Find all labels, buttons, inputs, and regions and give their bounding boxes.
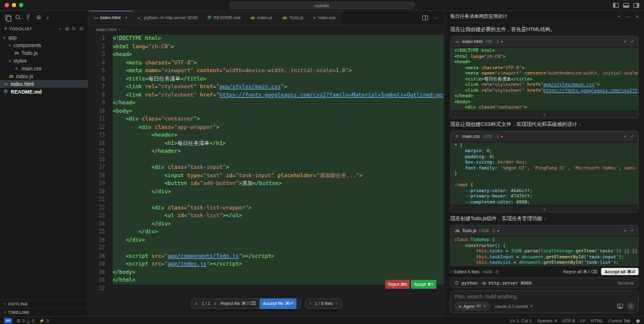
- problems-indicator[interactable]: ⊘ 0 △ 0: [17, 318, 34, 323]
- card-header[interactable]: <> index.html +31 -1 • × ✓: [451, 36, 638, 47]
- card-header[interactable]: # main.css +203 -1 • × ✓: [451, 131, 638, 141]
- tree-item-readme.md[interactable]: ⓜREADME.md: [0, 88, 88, 95]
- remote-icon[interactable]: ><: [4, 318, 12, 323]
- tab-index.js[interactable]: JSindex.js: [246, 11, 278, 24]
- outline-section[interactable]: › OUTLINE: [0, 300, 88, 308]
- status-item[interactable]: Ln 1, Col 1: [510, 318, 531, 323]
- reject-file-icon[interactable]: ×: [624, 39, 627, 44]
- status-item[interactable]: LF: [580, 318, 586, 323]
- accept-file-icon[interactable]: ✓: [630, 228, 634, 233]
- zoom-window-button[interactable]: [19, 3, 23, 7]
- close-window-button[interactable]: [5, 3, 9, 7]
- accept-all-button[interactable]: Accept all ⌘⏎: [601, 268, 639, 275]
- file-diff-card-index-html[interactable]: <> index.html +31 -1 • × ✓ <!DOCTYPE htm…: [450, 36, 639, 118]
- refresh-icon[interactable]: ↻: [72, 26, 76, 32]
- chat-input[interactable]: [454, 294, 634, 300]
- tree-item-components[interactable]: ∨components: [0, 41, 88, 49]
- new-chat-icon[interactable]: +: [617, 14, 620, 20]
- send-icon[interactable]: ↑: [627, 303, 634, 310]
- extra-indicator[interactable]: ⚡ 0: [39, 318, 49, 323]
- toggle-secondary-sidebar-icon[interactable]: [633, 3, 639, 8]
- traffic-lights: [5, 3, 23, 7]
- file-diff-card-todo-js[interactable]: JS Todo.js +128 -1 • × ✓ class TodoApp {…: [450, 225, 639, 266]
- expand-card-button[interactable]: ∨: [451, 112, 638, 118]
- breadcrumb-more[interactable]: …: [123, 27, 128, 32]
- source-control-icon[interactable]: [26, 14, 31, 20]
- timeline-section[interactable]: › TIMELINE: [0, 308, 88, 316]
- edited-files-summary[interactable]: › Edited 5 files +406 -5 Reject all ⌘⇧⌫ …: [450, 268, 639, 275]
- reject-file-button[interactable]: Reject file ⌘⇧⌫: [221, 300, 256, 308]
- accept-file-button[interactable]: Accept file ⌘⏎: [259, 298, 296, 309]
- tab-todo.js[interactable]: JSTodo.js: [278, 11, 309, 24]
- close-icon[interactable]: ×: [636, 14, 639, 20]
- reject-button[interactable]: Reject ⌘N: [385, 280, 410, 289]
- total-removed-count: -5: [494, 269, 499, 274]
- new-folder-icon[interactable]: ⊞: [65, 26, 69, 32]
- nav-down-icon[interactable]: ∨: [214, 300, 217, 308]
- expand-card-button[interactable]: ∨: [451, 206, 638, 212]
- line-content: </div>: [113, 236, 444, 245]
- tree-item-index.js[interactable]: JSindex.js: [0, 72, 88, 80]
- line-number: 11: [89, 115, 113, 124]
- reject-all-button[interactable]: Reject all ⌘⇧⌫: [563, 269, 597, 274]
- status-item[interactable]: HTML: [591, 318, 603, 323]
- tree-item-app[interactable]: ∨app: [0, 33, 88, 41]
- prev-file-icon[interactable]: ‹: [310, 300, 311, 308]
- tab-actions: ⋯: [417, 11, 444, 24]
- tree-item-index.html[interactable]: <>index.html: [0, 80, 88, 88]
- accept-file-icon[interactable]: ✓: [630, 39, 634, 44]
- file-diff-card-main-css[interactable]: # main.css +203 -1 • × ✓ * { margin: 0; …: [450, 131, 639, 213]
- breadcrumb-file[interactable]: index.html: [96, 27, 116, 32]
- code-line: 11 <div class="container">: [89, 115, 444, 124]
- window-title[interactable]: todolist: [230, 2, 414, 9]
- model-selector[interactable]: claude-3.7-sonnet ∨: [494, 304, 532, 308]
- accept-file-icon[interactable]: ✓: [630, 134, 634, 139]
- next-file-icon[interactable]: ›: [336, 300, 338, 308]
- chevron-down-icon: ∨: [483, 304, 486, 308]
- accept-button[interactable]: Accept ⌘Y: [411, 280, 436, 289]
- terminal-command-suggestion[interactable]: python -m http.server 8000 Terminal: [450, 277, 639, 288]
- split-editor-icon[interactable]: [422, 16, 428, 20]
- explorer-section-header[interactable]: ∨ TODOLIST + ⊞ ↻ ⊟: [0, 24, 88, 33]
- line-number: 8: [89, 91, 113, 100]
- tree-item-main.css[interactable]: #main.css: [0, 64, 88, 72]
- bell-icon[interactable]: [636, 319, 640, 322]
- extensions-icon[interactable]: ⊞: [36, 15, 41, 20]
- tab-index.html[interactable]: <>index.html×: [89, 11, 133, 24]
- new-file-icon[interactable]: +: [59, 26, 62, 32]
- status-item[interactable]: Spaces: 4: [537, 318, 557, 323]
- card-header[interactable]: JS Todo.js +128 -1 • × ✓: [451, 226, 638, 236]
- more-actions-icon[interactable]: ⋯: [433, 15, 438, 21]
- attach-image-icon[interactable]: [617, 304, 623, 308]
- code-line: :root {: [451, 182, 638, 188]
- ai-chat-panel: 每日任务清单网页应用设计 + ⋯ × 现在让我创建必要的文件，首先是HTML结构…: [444, 11, 644, 316]
- agent-mode-selector[interactable]: ∞ Agent ⌘I ∨: [454, 302, 490, 310]
- tab-python-m-http.server-8000[interactable]: >_python -m http.server 8000: [133, 11, 203, 24]
- close-icon[interactable]: ×: [125, 15, 128, 20]
- status-item[interactable]: Cursor Tab: [608, 318, 630, 323]
- more-actions-icon[interactable]: ⋯: [626, 14, 631, 20]
- reject-file-icon[interactable]: ×: [624, 134, 627, 139]
- code-editor[interactable]: 1<!DOCTYPE html>2<html lang="zh-CN">3<he…: [89, 33, 444, 316]
- reject-file-icon[interactable]: ×: [624, 228, 627, 233]
- nav-up-icon[interactable]: ∧: [195, 300, 198, 308]
- collapse-all-icon[interactable]: ⊟: [79, 26, 83, 32]
- tree-item-label: index.js: [16, 73, 33, 79]
- tab-readme.md[interactable]: ⓜREADME.md: [203, 11, 246, 24]
- sidebar-sections: › OUTLINE › TIMELINE: [0, 300, 88, 316]
- breadcrumb[interactable]: index.html › …: [89, 25, 444, 33]
- tree-item-styles[interactable]: ∨styles: [0, 57, 88, 64]
- composer-controls: ∞ Agent ⌘I ∨ claude-3.7-sonnet ∨ ↑: [454, 302, 634, 310]
- toggle-primary-sidebar-icon[interactable]: [613, 3, 619, 8]
- toggle-panel-icon[interactable]: [623, 3, 629, 8]
- chevron-down-icon[interactable]: ∨: [47, 16, 49, 20]
- code-line: <meta charset="UTF-8">: [451, 65, 638, 71]
- search-icon[interactable]: [16, 15, 21, 20]
- status-item[interactable]: UTF-8: [562, 318, 575, 323]
- tree-item-todo.js[interactable]: JSTodo.js: [0, 49, 88, 57]
- explorer-icon[interactable]: [5, 15, 10, 20]
- editor-area: <>index.html×>_python -m http.server 800…: [89, 11, 444, 316]
- minimize-window-button[interactable]: [12, 3, 16, 7]
- tab-main.css[interactable]: #main.css: [309, 11, 341, 24]
- chat-header: 每日任务清单网页应用设计 + ⋯ ×: [445, 11, 644, 23]
